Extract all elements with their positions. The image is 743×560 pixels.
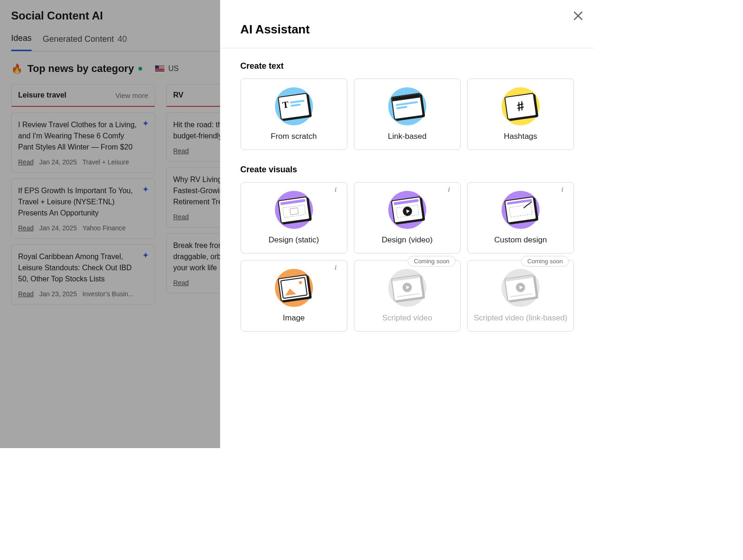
scripted-video-icon [384,267,430,309]
info-icon[interactable]: i [335,186,342,194]
info-icon[interactable]: i [561,186,569,194]
tile-label: Custom design [494,235,547,245]
coming-soon-badge: Coming soon [521,256,569,267]
close-icon [573,11,583,21]
tile-label: Hashtags [504,132,537,141]
tile-link-based[interactable]: Link-based [354,78,461,150]
image-icon [271,267,317,309]
tile-label: Design (video) [382,235,433,245]
design-video-icon [384,189,430,231]
panel-title: AI Assistant [220,0,594,48]
group-title-create-visuals: Create visuals [241,165,574,175]
scripted-video-link-icon [497,267,544,309]
tile-from-scratch[interactable]: T From scratch [241,78,347,150]
ai-assistant-panel: AI Assistant Create text T From scratch … [220,0,594,448]
custom-design-icon [497,189,544,231]
tile-grid-visuals: i Design (static) i Design (video) i Cus… [241,182,574,332]
group-title-create-text: Create text [241,61,574,71]
tile-design-static[interactable]: i Design (static) [241,182,347,254]
tile-label: Design (static) [268,235,319,245]
tile-grid-text: T From scratch Link-based # Hashtags [241,78,574,150]
tile-image[interactable]: i Image [241,260,347,332]
tile-scripted-video: Coming soon Scripted video [354,260,461,332]
info-icon[interactable]: i [335,264,342,272]
tile-design-video[interactable]: i Design (video) [354,182,461,254]
link-based-icon [384,85,430,127]
close-button[interactable] [573,9,583,24]
from-scratch-icon: T [271,85,317,127]
tile-scripted-video-link: Coming soon Scripted video (link-based) [467,260,574,332]
hashtags-icon: # [497,85,544,127]
tile-label: Scripted video (link-based) [474,313,567,323]
tile-label: Image [283,313,305,323]
tile-label: From scratch [271,132,317,141]
info-icon[interactable]: i [448,186,456,194]
design-static-icon [271,189,317,231]
coming-soon-badge: Coming soon [408,256,456,267]
tile-label: Link-based [388,132,426,141]
tile-hashtags[interactable]: # Hashtags [467,78,574,150]
tile-label: Scripted video [382,313,432,323]
tile-custom-design[interactable]: i Custom design [467,182,574,254]
